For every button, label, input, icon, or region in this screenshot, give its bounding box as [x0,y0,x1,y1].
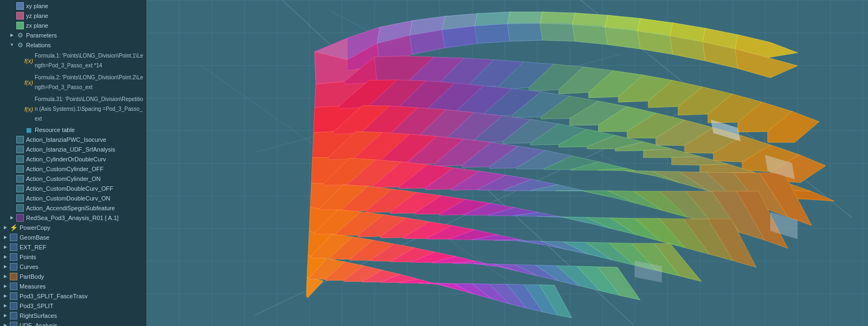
formula1-label: Formula.1: 'Points\LONG_Division\Point.1… [35,51,144,71]
geom-icon [9,282,18,291]
tree-sidebar[interactable]: xy plane yz plane zx plane ▶ ⚙ Parameter… [0,0,146,326]
pod3-split-label: Pod3_SPLIT [20,301,53,311]
action-accendi-label: Action_AccendiSpegniSubfeature [26,203,115,213]
expand-btn[interactable]: ▶ [2,234,9,241]
sidebar-item-action-cylinderdouble[interactable]: Action_CylinderOrDoubleCurv [0,154,146,164]
expand-icon [17,106,24,112]
action-icon [16,174,24,183]
relations-label: Relations [26,40,51,50]
rightsurfaces-label: RightSurfaces [20,311,57,321]
sidebar-item-action-customdouble-off[interactable]: Action_CustomDoubleCurv_OFF [0,184,146,193]
resource-table-label: Resource table [35,125,75,135]
sidebar-item-action-customcyl-on[interactable]: Action_CustomCylinder_ON [0,174,146,184]
sidebar-item-powercopy[interactable]: ▶ ⚡ PowerCopy [0,223,146,233]
formula2-label: Formula.2: 'Points\LONG_Division\Point.2… [35,73,144,92]
sidebar-item-xy-plane[interactable]: xy plane [0,1,146,11]
expand-btn[interactable]: ▶ [9,215,15,221]
pod3-split-fascetr-label: Pod3_SPLIT_FasceTrasv [20,291,88,301]
part-icon [9,272,18,281]
geom-icon [9,262,18,271]
action-icon [16,135,24,144]
expand-btn[interactable]: ▶ [2,273,9,280]
action-icon [16,145,24,154]
geombase-label: GeomBase [20,233,49,242]
curves-label: Curves [20,262,39,272]
action-customdouble-on-label: Action_CustomDoubleCurv_ON [26,193,110,203]
power-icon: ⚡ [9,223,18,232]
action-icon [16,184,24,193]
expand-btn[interactable]: ▶ [2,293,9,299]
parameters-label: Parameters [26,30,57,40]
sidebar-item-redsea[interactable]: ▶ RedSea_Pod3_Anaysis_R01 [ A.1] [0,213,146,223]
plane-icon [16,21,24,30]
expand-btn[interactable]: ▶ [2,254,9,260]
set-icon [16,214,24,222]
table-icon: ▦ [24,126,33,134]
sidebar-item-curves[interactable]: ▶ Curves [0,262,146,272]
expand-icon [9,22,15,29]
expand-icon [9,146,15,153]
sidebar-item-parameters[interactable]: ▶ ⚙ Parameters [0,30,146,40]
sidebar-item-formula2[interactable]: f(x) Formula.2: 'Points\LONG_Division\Po… [0,72,146,93]
sidebar-item-partbody[interactable]: ▶ PartBody [0,272,146,281]
expand-icon [9,136,15,143]
expand-btn[interactable]: ▶ [2,264,9,270]
geom-icon [9,233,18,242]
expand-icon [17,127,24,133]
sidebar-item-measures[interactable]: ▶ Measures [0,281,146,291]
sidebar-item-action-isocurve[interactable]: Action_IstanziaPWC_Isocurve [0,135,146,145]
action-icon [16,194,24,203]
sidebar-item-action-srfanalysis[interactable]: Action_Istanzia_UDF_SrfAnalysis [0,145,146,154]
redsea-label: RedSea_Pod3_Anaysis_R01 [ A.1] [26,213,119,223]
expand-btn[interactable]: ▶ [2,244,9,250]
expand-icon [9,156,15,162]
action-customdouble-off-label: Action_CustomDoubleCurv_OFF [26,184,113,193]
sidebar-item-points[interactable]: ▶ Points [0,252,146,262]
sidebar-item-yz-plane[interactable]: yz plane [0,11,146,21]
expand-btn[interactable]: ▶ [9,32,15,39]
main-3d-view [146,0,868,326]
measures-label: Measures [20,281,46,291]
action-isocurve-label: Action_IstanziaPWC_Isocurve [26,135,106,145]
geom-icon [9,302,18,310]
ext-ref-label: EXT_REF [20,242,47,252]
svg-marker-169 [307,277,323,298]
sidebar-item-pod3-split-fascetr[interactable]: ▶ Pod3_SPLIT_FasceTrasv [0,291,146,301]
expand-btn[interactable]: ▶ [2,312,9,319]
sidebar-item-formula31[interactable]: f(x) Formula.31: 'Points\LONG_Division\R… [0,93,146,125]
sidebar-item-ext-ref[interactable]: ▶ EXT_REF [0,242,146,252]
geom-icon [9,292,18,300]
sidebar-item-action-customcyl-off[interactable]: Action_CustomCylinder_OFF [0,164,146,174]
sidebar-item-resource-table[interactable]: ▦ Resource table [0,125,146,135]
expand-icon [17,58,24,64]
expand-btn[interactable]: ▶ [2,283,9,290]
expand-icon [9,205,15,211]
expand-btn[interactable]: ▶ [2,303,9,309]
surface-svg [146,0,868,326]
powercopy-label: PowerCopy [20,223,50,233]
sidebar-item-action-customdouble-on[interactable]: Action_CustomDoubleCurv_ON [0,193,146,203]
expand-btn[interactable]: ▼ [9,42,15,48]
expand-icon [9,12,15,19]
sidebar-item-action-accendi[interactable]: Action_AccendiSpegniSubfeature [0,203,146,213]
udf-analysis-label: UDF_Analysis [20,321,58,326]
geom-icon [9,253,18,261]
gear-icon: ⚙ [16,41,24,49]
sidebar-item-formula1[interactable]: f(x) Formula.1: 'Points\LONG_Division\Po… [0,50,146,72]
formula-icon: f(x) [24,57,33,65]
sidebar-item-geombase[interactable]: ▶ GeomBase [0,233,146,242]
action-icon [16,155,24,164]
plane-icon [16,2,24,10]
sidebar-item-udf-analysis[interactable]: ▶ UDF_Analysis [0,321,146,326]
sidebar-item-pod3-split[interactable]: ▶ Pod3_SPLIT [0,301,146,311]
plane-icon [16,11,24,20]
expand-icon [9,3,15,9]
zx-plane-label: zx plane [26,21,48,30]
sidebar-item-relations[interactable]: ▼ ⚙ Relations [0,40,146,50]
expand-btn[interactable]: ▶ [2,322,9,326]
action-cylinderdouble-label: Action_CylinderOrDoubleCurv [26,154,106,164]
expand-btn[interactable]: ▶ [2,224,9,231]
sidebar-item-zx-plane[interactable]: zx plane [0,21,146,30]
action-icon [16,165,24,173]
sidebar-item-rightsurfaces[interactable]: ▶ RightSurfaces [0,311,146,321]
